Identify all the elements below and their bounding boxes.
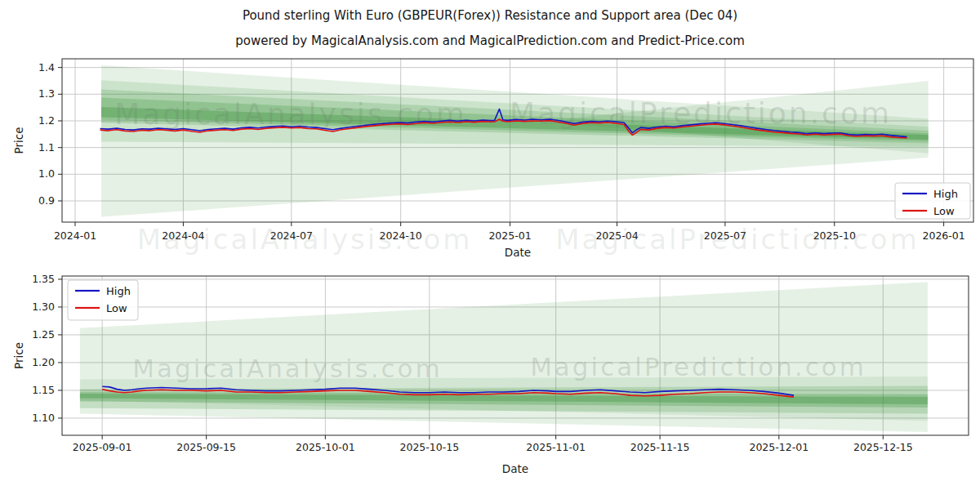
chart-subtitle: powered by MagicalAnalysis.com and Magic… <box>0 33 980 48</box>
legend-label-low: Low <box>106 302 127 314</box>
y-tick-label: 1.4 <box>38 61 55 74</box>
detail-chart: MagicalAnalysis.comMagicalPrediction.com… <box>12 273 969 475</box>
x-tick-label: 2025-09-15 <box>176 441 236 453</box>
y-tick-label: 1.10 <box>32 412 55 424</box>
detail-legend: HighLow <box>68 280 138 320</box>
watermark-prediction: MagicalPrediction.com <box>555 223 920 256</box>
y-tick-label: 1.0 <box>38 167 55 180</box>
legend-label-high: High <box>933 188 958 200</box>
figure-canvas: Pound sterling With Euro (GBPEUR(Forex))… <box>0 0 980 490</box>
y-tick-label: 1.2 <box>38 114 55 127</box>
y-tick-label: 1.25 <box>32 328 55 341</box>
y-tick-label: 0.9 <box>38 194 55 207</box>
overview-legend: HighLow <box>895 183 970 219</box>
x-tick-label: 2025-10-15 <box>399 441 459 453</box>
y-tick-label: 1.3 <box>38 87 55 100</box>
watermark-analysis: MagicalAnalysis.com <box>137 223 473 256</box>
legend-box <box>895 183 970 219</box>
x-tick-label: 2025-11-15 <box>630 441 690 453</box>
charts-svg: MagicalAnalysis.comMagicalPrediction.com… <box>0 0 980 490</box>
x-tick-label: 2024-01 <box>54 229 96 242</box>
overview-ylabel: Price <box>12 127 25 154</box>
x-tick-label: 2025-11-01 <box>526 441 586 453</box>
watermark-analysis: MagicalAnalysis.com <box>114 97 466 131</box>
detail-xlabel: Date <box>502 462 528 475</box>
legend-label-high: High <box>106 285 131 297</box>
legend-label-low: Low <box>933 205 955 217</box>
x-tick-label: 2025-12-15 <box>853 441 913 453</box>
x-tick-label: 2025-09-01 <box>73 441 132 453</box>
y-tick-label: 1.15 <box>32 384 55 396</box>
watermark-prediction: MagicalPrediction.com <box>530 352 866 381</box>
overview-xlabel: Date <box>505 246 531 259</box>
y-tick-label: 1.20 <box>32 356 55 368</box>
x-tick-label: 2025-10-01 <box>296 441 355 453</box>
y-tick-label: 1.1 <box>38 141 55 154</box>
x-tick-label: 2025-01 <box>488 229 531 242</box>
y-tick-label: 1.30 <box>32 301 55 313</box>
x-tick-label: 2025-12-01 <box>749 441 808 453</box>
y-tick-label: 1.35 <box>32 273 55 285</box>
overview-bands <box>101 65 929 217</box>
detail-ylabel: Price <box>12 342 25 369</box>
watermark-analysis: MagicalAnalysis.com <box>132 354 442 383</box>
x-tick-label: 2026-01 <box>923 229 965 242</box>
chart-title: Pound sterling With Euro (GBPEUR(Forex))… <box>0 8 980 23</box>
